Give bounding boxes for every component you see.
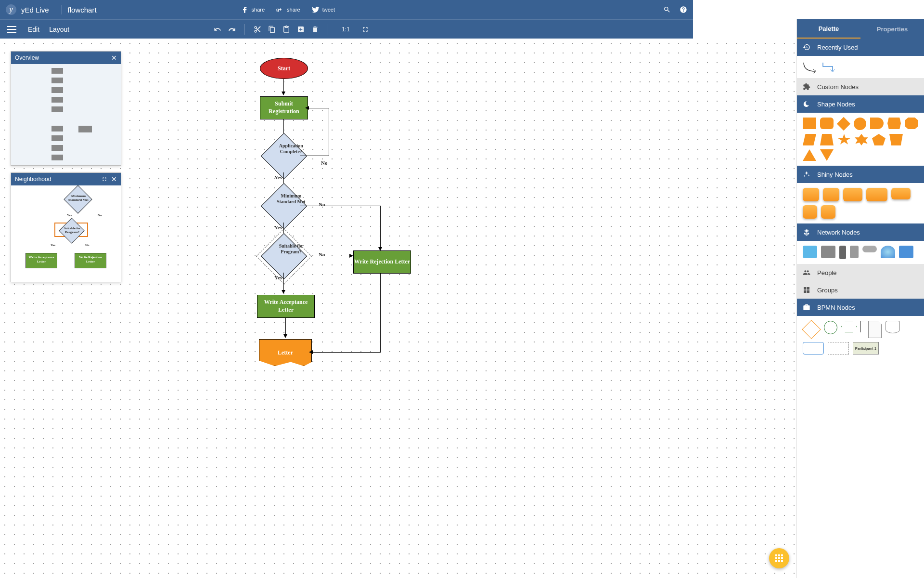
toolbar: 1:1 xyxy=(214,24,369,35)
close-icon[interactable]: ✕ xyxy=(111,54,117,62)
node-accept[interactable]: Write Acceptance Letter xyxy=(257,295,315,318)
search-icon[interactable] xyxy=(663,6,671,13)
overview-header[interactable]: Overview✕ xyxy=(11,52,121,64)
app-name: yEd Live xyxy=(21,6,49,14)
canvas[interactable]: Start Submit Registration Application Co… xyxy=(0,39,693,434)
label-yes: Yes xyxy=(274,224,282,230)
fit-screen-button[interactable] xyxy=(361,26,369,33)
undo-button[interactable] xyxy=(214,26,221,33)
node-letter[interactable]: Letter xyxy=(259,339,312,366)
delete-button[interactable] xyxy=(311,26,319,33)
node-submit[interactable]: Submit Registration xyxy=(260,96,308,119)
label-no: No xyxy=(321,160,327,166)
cut-button[interactable] xyxy=(254,26,261,33)
share-twitter[interactable]: tweet xyxy=(312,6,335,13)
share-facebook[interactable]: share xyxy=(241,6,265,13)
share-gplus[interactable]: g+share xyxy=(276,6,300,13)
svg-text:g+: g+ xyxy=(276,7,282,12)
facebook-icon xyxy=(241,6,249,13)
neighborhood-panel[interactable]: Neighborhood✕ Minimum Standard Met Suita… xyxy=(11,172,121,282)
redo-button[interactable] xyxy=(228,26,236,33)
menu-bar: Edit Layout 1:1 xyxy=(0,19,693,39)
paste-button[interactable] xyxy=(282,26,290,33)
gplus-icon: g+ xyxy=(276,6,284,13)
neighborhood-header[interactable]: Neighborhood✕ xyxy=(11,173,121,185)
app-logo: y xyxy=(6,4,16,15)
add-button[interactable] xyxy=(297,26,305,33)
zoom-ratio[interactable]: 1:1 xyxy=(337,26,355,33)
close-icon[interactable]: ✕ xyxy=(111,175,117,183)
neighborhood-body[interactable]: Minimum Standard Met Suitable for Progra… xyxy=(11,185,121,282)
label-yes: Yes xyxy=(274,275,282,280)
expand-icon[interactable] xyxy=(102,176,107,182)
twitter-icon xyxy=(312,6,320,13)
node-min-std[interactable]: Minimum Standard Met xyxy=(268,190,300,223)
divider xyxy=(62,5,62,14)
node-start[interactable]: Start xyxy=(260,58,308,79)
node-app-complete[interactable]: Application Complete? xyxy=(268,140,300,172)
copy-button[interactable] xyxy=(268,26,276,33)
overview-body[interactable] xyxy=(11,64,121,165)
share-buttons: share g+share tweet xyxy=(241,6,335,13)
overview-panel[interactable]: Overview✕ xyxy=(11,51,121,166)
menu-toggle[interactable] xyxy=(7,26,16,33)
document-name[interactable]: flowchart xyxy=(68,6,97,14)
label-yes: Yes xyxy=(274,174,282,180)
node-suitable[interactable]: Suitable for Program? xyxy=(268,240,300,273)
label-no: No xyxy=(319,201,325,207)
node-reject[interactable]: Write Rejection Letter xyxy=(353,250,411,274)
menu-edit[interactable]: Edit xyxy=(23,26,44,33)
menu-layout[interactable]: Layout xyxy=(44,26,74,33)
title-bar: y yEd Live flowchart share g+share tweet xyxy=(0,0,693,19)
help-icon[interactable] xyxy=(680,6,687,13)
label-no: No xyxy=(319,251,325,257)
